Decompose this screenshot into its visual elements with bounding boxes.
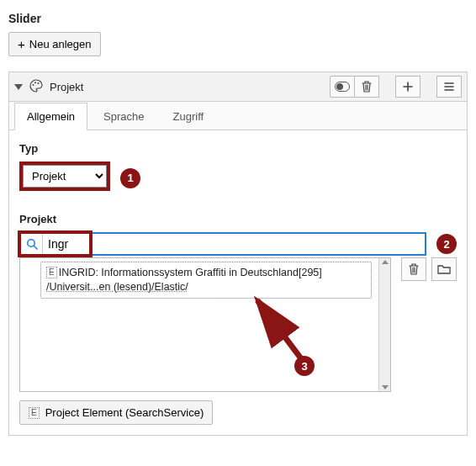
- e-badge-icon: E: [29, 407, 40, 419]
- palette-icon: [29, 79, 43, 95]
- typ-select-highlight: Projekt: [19, 162, 110, 191]
- toggle-button[interactable]: [330, 76, 355, 98]
- browse-folder-button[interactable]: [431, 257, 457, 281]
- projekt-suggestion[interactable]: EINGRID: Informationssystem Graffiti in …: [40, 262, 372, 299]
- menu-button[interactable]: [436, 76, 462, 98]
- svg-marker-0: [14, 84, 23, 90]
- panel-title: Projekt: [50, 81, 83, 93]
- add-button[interactable]: [395, 76, 420, 98]
- projekt-results-area: EINGRID: Informationssystem Graffiti in …: [19, 257, 391, 392]
- tab-bar: Allgemein Sprache Zugriff: [9, 102, 467, 130]
- e-badge-icon: E: [46, 267, 57, 278]
- projekt-search-input[interactable]: [43, 234, 89, 254]
- projekt-panel: Projekt Allgemein Sprache Zugriff Typ: [8, 71, 468, 436]
- svg-point-1: [33, 84, 34, 86]
- projekt-search-box: [19, 232, 426, 256]
- suggestion-line1: INGRID: Informationssystem Graffiti in D…: [59, 267, 322, 278]
- svg-line-8: [257, 300, 303, 361]
- project-element-button[interactable]: E Project Element (SearchService): [19, 400, 213, 425]
- svg-line-7: [34, 246, 37, 249]
- svg-marker-9: [382, 260, 389, 264]
- step-badge-1: 1: [120, 168, 140, 188]
- typ-label: Typ: [19, 142, 457, 155]
- tab-sprache[interactable]: Sprache: [91, 103, 156, 130]
- page-title: Slider: [8, 12, 468, 25]
- scrollbar[interactable]: [378, 258, 390, 391]
- step-badge-3: 3: [294, 356, 315, 376]
- project-element-label: Project Element (SearchService): [45, 406, 204, 419]
- suggestion-line2: /Universit...en (lesend)/Elastic/: [46, 281, 188, 293]
- delete-entry-button[interactable]: [401, 257, 426, 281]
- new-button[interactable]: + Neu anlegen: [8, 32, 101, 56]
- panel-body: Allgemein Sprache Zugriff Typ Projekt 1 …: [9, 102, 467, 435]
- tab-allgemein[interactable]: Allgemein: [14, 103, 87, 130]
- svg-point-2: [34, 82, 36, 83]
- new-button-label: Neu anlegen: [29, 38, 92, 50]
- collapse-icon[interactable]: [14, 82, 23, 91]
- panel-actions: [331, 76, 462, 98]
- projekt-side-actions: [401, 257, 457, 281]
- delete-button[interactable]: [354, 76, 379, 98]
- svg-point-5: [336, 83, 343, 90]
- step-badge-2: 2: [436, 234, 457, 254]
- projekt-label: Projekt: [19, 213, 457, 225]
- typ-select[interactable]: Projekt: [23, 165, 107, 188]
- panel-header: Projekt: [9, 72, 467, 102]
- projekt-search-highlight: [18, 230, 93, 257]
- svg-point-3: [38, 82, 40, 84]
- tab-zugriff[interactable]: Zugriff: [161, 103, 217, 130]
- search-icon[interactable]: [21, 234, 43, 254]
- plus-icon: +: [18, 38, 25, 50]
- svg-marker-10: [382, 385, 389, 389]
